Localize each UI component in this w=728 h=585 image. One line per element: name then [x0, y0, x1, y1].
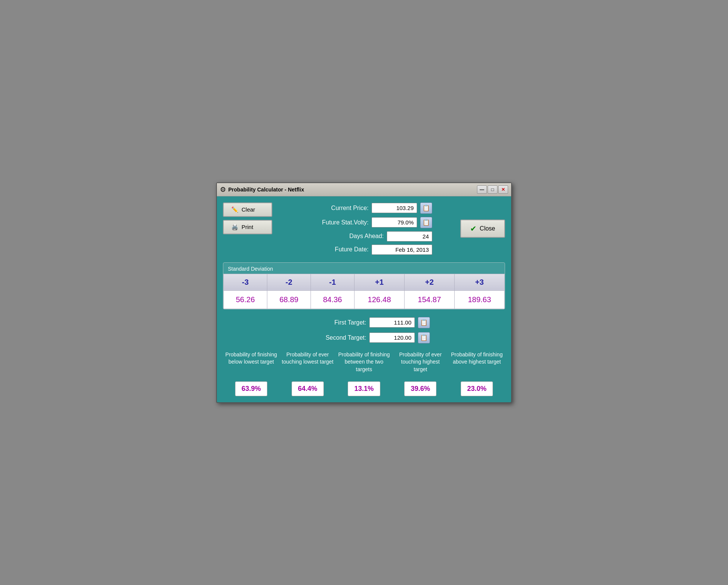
- target-section: First Target: 📋 Second Target: 📋: [223, 317, 505, 343]
- future-date-label: Future Date:: [300, 246, 369, 253]
- current-price-label: Current Price:: [300, 205, 369, 212]
- future-date-input[interactable]: [372, 245, 432, 255]
- first-target-copy-button[interactable]: 📋: [418, 317, 430, 328]
- prob-between-targets-value: 13.1%: [348, 381, 380, 396]
- left-buttons: ✏️ Clear 🖨️ Print: [223, 202, 272, 234]
- standard-deviation-section: Standard Deviation -3 -2 -1 +1 +2 +3 56.…: [223, 262, 505, 309]
- sd-value-neg2: 68.89: [267, 290, 311, 309]
- sd-value-neg1: 84.36: [311, 290, 354, 309]
- clear-label: Clear: [242, 206, 255, 213]
- close-button[interactable]: ✔ Close: [460, 220, 505, 238]
- probability-section: Probability of finishing below lowest ta…: [223, 351, 505, 396]
- sd-header-row: -3 -2 -1 +1 +2 +3: [224, 274, 505, 290]
- sd-header-pos2: +2: [404, 274, 454, 290]
- prob-above-highest: Probability of finishing above highest t…: [450, 351, 504, 396]
- future-stat-volty-label: Future Stat.Volty:: [300, 219, 369, 226]
- sd-values-row: 56.26 68.89 84.36 126.48 154.87 189.63: [224, 290, 505, 309]
- title-bar-left: ⚙ Probability Calculator - Netflix: [220, 185, 304, 194]
- prob-below-lowest-label: Probability of finishing below lowest ta…: [224, 351, 278, 378]
- sd-value-pos3: 189.63: [454, 290, 504, 309]
- main-window: ⚙ Probability Calculator - Netflix — □ ✕…: [216, 182, 512, 403]
- close-checkmark-icon: ✔: [470, 224, 477, 233]
- main-content: ✏️ Clear 🖨️ Print Current Price: 📋 Futur…: [217, 196, 511, 402]
- minimize-button[interactable]: —: [477, 185, 487, 194]
- prob-above-highest-value: 23.0%: [461, 381, 493, 396]
- days-ahead-row: Days Ahead:: [315, 231, 432, 242]
- print-button[interactable]: 🖨️ Print: [223, 220, 272, 234]
- second-target-label: Second Target:: [298, 334, 366, 341]
- prob-between-targets-label: Probability of finishing between the two…: [337, 351, 391, 378]
- future-date-row: Future Date:: [300, 245, 432, 255]
- window-close-button[interactable]: ✕: [498, 185, 508, 194]
- days-ahead-input[interactable]: [387, 231, 432, 242]
- prob-touch-lowest-value: 64.4%: [292, 381, 324, 396]
- second-target-copy-button[interactable]: 📋: [418, 332, 430, 343]
- sd-header-pos1: +1: [354, 274, 404, 290]
- future-stat-volty-row: Future Stat.Volty: 📋: [300, 217, 432, 228]
- sd-header-neg1: -1: [311, 274, 354, 290]
- window-title: Probability Calculator - Netflix: [228, 187, 304, 193]
- sd-value-neg3: 56.26: [224, 290, 267, 309]
- future-stat-volty-input[interactable]: [372, 217, 417, 227]
- prob-touch-highest-label: Probability of ever touching highest tar…: [394, 351, 447, 378]
- title-bar: ⚙ Probability Calculator - Netflix — □ ✕: [217, 183, 511, 196]
- sd-header-neg2: -2: [267, 274, 311, 290]
- sd-header-neg3: -3: [224, 274, 267, 290]
- future-stat-volty-copy-button[interactable]: 📋: [420, 217, 432, 228]
- form-section: Current Price: 📋 Future Stat.Volty: 📋 Da…: [300, 202, 432, 255]
- clear-button[interactable]: ✏️ Clear: [223, 202, 272, 217]
- prob-touch-lowest-label: Probability of ever touching lowest targ…: [281, 351, 334, 378]
- maximize-button[interactable]: □: [488, 185, 497, 194]
- top-section: ✏️ Clear 🖨️ Print Current Price: 📋 Futur…: [223, 202, 505, 255]
- second-target-input[interactable]: [369, 332, 415, 343]
- print-icon: 🖨️: [231, 224, 238, 231]
- current-price-input[interactable]: [372, 203, 417, 213]
- app-icon: ⚙: [220, 185, 226, 194]
- sd-value-pos1: 126.48: [354, 290, 404, 309]
- prob-above-highest-label: Probability of finishing above highest t…: [450, 351, 504, 378]
- standard-deviation-table: -3 -2 -1 +1 +2 +3 56.26 68.89 84.36 126.…: [223, 274, 505, 309]
- first-target-row: First Target: 📋: [298, 317, 430, 328]
- sd-header-pos3: +3: [454, 274, 504, 290]
- current-price-copy-button[interactable]: 📋: [420, 202, 432, 214]
- window-controls: — □ ✕: [477, 185, 508, 194]
- days-ahead-label: Days Ahead:: [315, 233, 384, 240]
- prob-between-targets: Probability of finishing between the two…: [337, 351, 391, 396]
- prob-below-lowest-value: 63.9%: [235, 381, 267, 396]
- second-target-row: Second Target: 📋: [298, 332, 430, 343]
- first-target-label: First Target:: [298, 319, 366, 326]
- standard-deviation-label: Standard Deviation: [228, 266, 273, 272]
- print-label: Print: [242, 224, 253, 230]
- prob-touch-highest: Probability of ever touching highest tar…: [394, 351, 447, 396]
- prob-below-lowest: Probability of finishing below lowest ta…: [224, 351, 278, 396]
- prob-touch-highest-value: 39.6%: [404, 381, 436, 396]
- sd-value-pos2: 154.87: [404, 290, 454, 309]
- first-target-input[interactable]: [369, 317, 415, 328]
- current-price-row: Current Price: 📋: [300, 202, 432, 214]
- close-label: Close: [480, 225, 495, 232]
- prob-touch-lowest: Probability of ever touching lowest targ…: [281, 351, 334, 396]
- clear-icon: ✏️: [231, 206, 238, 213]
